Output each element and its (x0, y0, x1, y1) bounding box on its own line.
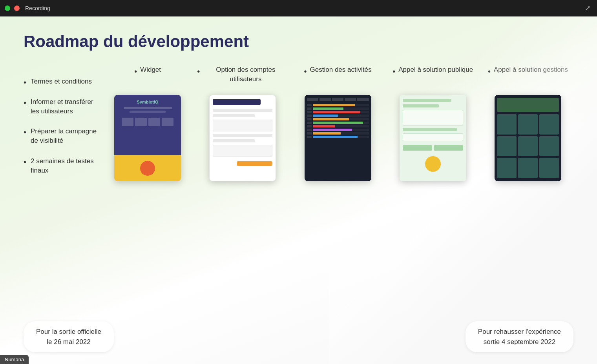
mockup-public-solution (400, 95, 466, 181)
feature-label-2: • Option des comptes utilisateurs (197, 65, 288, 89)
left-column: Termes et conditions Informer et transfé… (24, 65, 102, 186)
feature-col-4: • Appel à solution publique (387, 65, 478, 181)
mockup-management-solution (495, 95, 561, 181)
expand-icon[interactable]: ⤢ (585, 4, 591, 13)
feature-label-1: • Widget (134, 65, 161, 89)
titlebar-title: Recording (25, 5, 50, 11)
content-grid: Termes et conditions Informer et transfé… (24, 65, 573, 186)
bottom-right-line2: sortie 4 septembre 2022 (478, 337, 561, 347)
avatar-icon (140, 161, 155, 176)
feature-label-5: • Appel à solution gestions (488, 65, 568, 89)
mockup-activities (305, 95, 371, 181)
slide-title: Roadmap du développement (24, 32, 573, 51)
feature-col-2: • Option des comptes utilisateurs (197, 65, 288, 181)
list-item: Préparer la campagne de visibilité (24, 127, 98, 146)
list-item: 2 semaines de testes finaux (24, 157, 98, 175)
feature-col-3: • Gestion des activités (292, 65, 383, 181)
list-item: Informer et transférer les utilisateurs (24, 97, 98, 116)
bullet-list: Termes et conditions Informer et transfé… (24, 77, 98, 175)
bottom-right-line1: Pour rehausser l'expérience (478, 327, 561, 337)
mockup-widget: SymbiotiQ (114, 95, 181, 181)
bottom-pill-left: Pour la sortie officielle le 26 mai 2022 (24, 321, 114, 352)
bottom-pill-right: Pour rehausser l'expérience sortie 4 sep… (466, 321, 573, 352)
feature-label-4: • Appel à solution publique (393, 65, 473, 89)
titlebar: Recording ⤢ (0, 0, 597, 16)
feature-col-1: • Widget SymbiotiQ (102, 65, 193, 181)
red-dot-icon (14, 5, 20, 11)
feature-col-5: • Appel à solution gestions (482, 65, 573, 181)
bottom-left-line2: le 26 mai 2022 (36, 337, 101, 347)
list-item: Termes et conditions (24, 77, 98, 86)
bottom-area: Pour la sortie officielle le 26 mai 2022… (24, 321, 573, 352)
brand-badge: Numana (0, 355, 29, 364)
slide-container: Roadmap du développement Termes et condi… (0, 16, 597, 364)
feature-label-3: • Gestion des activités (304, 65, 372, 89)
bottom-left-line1: Pour la sortie officielle (36, 327, 101, 337)
green-dot-icon (5, 5, 10, 11)
mockup-accounts (209, 95, 276, 181)
features-area: • Widget SymbiotiQ (102, 65, 573, 186)
